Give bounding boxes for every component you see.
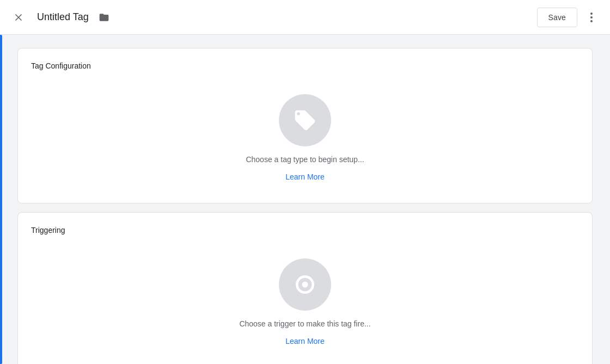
page-title: Untitled Tag xyxy=(37,11,89,23)
close-button[interactable] xyxy=(9,8,28,27)
tag-icon xyxy=(293,108,317,132)
folder-button[interactable] xyxy=(95,9,113,26)
more-options-button[interactable] xyxy=(582,8,601,27)
trigger-icon xyxy=(293,273,317,297)
triggering-learn-more[interactable]: Learn More xyxy=(285,337,325,346)
header-right: Save xyxy=(537,8,601,27)
close-icon xyxy=(13,12,24,23)
triggering-content: Choose a trigger to make this tag fire..… xyxy=(31,248,579,354)
tag-icon-circle[interactable] xyxy=(279,94,331,146)
save-button[interactable]: Save xyxy=(537,8,577,27)
trigger-icon-circle[interactable] xyxy=(279,258,331,311)
header: Untitled Tag Save xyxy=(0,0,610,35)
tag-configuration-learn-more[interactable]: Learn More xyxy=(285,172,325,181)
main-content: Tag Configuration Choose a tag type to b… xyxy=(0,35,610,364)
triggering-card: Triggering Choose a trigger to make this… xyxy=(17,212,593,364)
header-left: Untitled Tag xyxy=(9,8,537,27)
tag-configuration-card: Tag Configuration Choose a tag type to b… xyxy=(17,48,593,203)
triggering-title: Triggering xyxy=(31,226,579,235)
tag-configuration-description: Choose a tag type to begin setup... xyxy=(246,155,364,164)
triggering-description: Choose a trigger to make this tag fire..… xyxy=(239,319,370,328)
folder-icon xyxy=(99,12,109,23)
sidebar-accent xyxy=(0,35,2,364)
svg-point-3 xyxy=(302,282,308,288)
tag-configuration-title: Tag Configuration xyxy=(31,61,579,70)
more-options-icon xyxy=(590,13,593,22)
tag-configuration-content: Choose a tag type to begin setup... Lear… xyxy=(31,83,579,190)
